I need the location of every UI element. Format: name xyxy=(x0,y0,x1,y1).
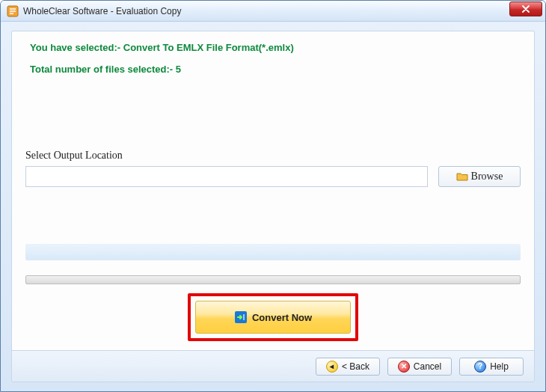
cancel-icon: ✕ xyxy=(398,361,410,373)
back-button[interactable]: ◂ < Back xyxy=(316,358,380,376)
convert-area: Convert Now xyxy=(25,293,521,341)
cancel-label: Cancel xyxy=(414,361,441,372)
cancel-button[interactable]: ✕ Cancel xyxy=(387,358,452,376)
close-icon xyxy=(522,5,530,13)
convert-now-button[interactable]: Convert Now xyxy=(195,301,351,334)
app-window: WholeClear Software - Evaluation Copy Yo… xyxy=(0,0,546,392)
help-icon: ? xyxy=(474,361,486,373)
output-location-label: Select Output Location xyxy=(25,150,521,162)
file-count-label: Total number of files selected:- 5 xyxy=(30,64,521,75)
browse-label: Browse xyxy=(471,171,503,183)
output-row: Browse xyxy=(25,166,521,187)
app-icon xyxy=(7,5,19,17)
folder-icon xyxy=(456,171,468,182)
convert-icon xyxy=(234,310,248,324)
browse-button[interactable]: Browse xyxy=(438,166,521,187)
window-title: WholeClear Software - Evaluation Copy xyxy=(23,6,509,16)
title-bar: WholeClear Software - Evaluation Copy xyxy=(1,1,545,22)
footer-bar: ◂ < Back ✕ Cancel ? Help xyxy=(12,350,534,382)
status-strip xyxy=(25,244,521,260)
main-panel: You have selected:- Convert To EMLX File… xyxy=(11,31,535,382)
progress-bar xyxy=(25,275,521,284)
close-button[interactable] xyxy=(509,1,542,16)
convert-label: Convert Now xyxy=(252,312,312,323)
back-icon: ◂ xyxy=(326,361,338,373)
back-label: < Back xyxy=(342,361,369,372)
content-area: You have selected:- Convert To EMLX File… xyxy=(1,22,545,391)
help-button[interactable]: ? Help xyxy=(459,358,524,376)
selected-format-label: You have selected:- Convert To EMLX File… xyxy=(30,42,521,53)
convert-highlight: Convert Now xyxy=(188,293,358,341)
output-path-input[interactable] xyxy=(25,166,428,187)
help-label: Help xyxy=(490,361,509,372)
